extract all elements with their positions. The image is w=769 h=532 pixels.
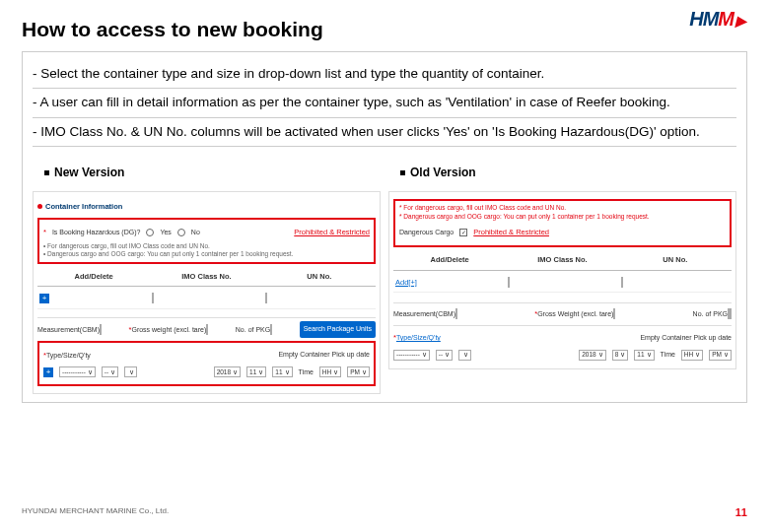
- old-col-imo: IMO Class No.: [506, 250, 618, 270]
- pickup-label: Empty Container Pick up date: [278, 348, 370, 363]
- add-row-button[interactable]: +: [39, 294, 49, 303]
- bullet-3: - IMO Class No. & UN No. columns will be…: [33, 118, 736, 146]
- gw-label: Gross weight (excl. tare): [131, 326, 206, 333]
- old-ampm-select[interactable]: PM∨: [709, 350, 732, 361]
- square-bullet-icon: [400, 170, 405, 175]
- content-box: - Select the container type and size in …: [22, 51, 747, 403]
- old-meas-label: Measurement(CBM): [393, 310, 455, 317]
- old-type-select[interactable]: -----------∨: [393, 350, 430, 361]
- col-imo-class: IMO Class No.: [150, 267, 262, 287]
- dot-icon: [37, 204, 42, 209]
- old-col-add: Add/Delete: [393, 250, 506, 270]
- container-info-label: Container Information: [45, 202, 122, 211]
- qty-select[interactable]: ∨: [124, 366, 137, 377]
- bullet-2: - A user can fill in detail information …: [33, 89, 736, 116]
- dg-question-label: Is Booking Hazardous (DG)?: [52, 226, 140, 240]
- old-size-select[interactable]: --∨: [436, 350, 453, 361]
- old-qty-select[interactable]: ∨: [458, 350, 471, 361]
- page-title: How to access to new booking: [22, 18, 747, 41]
- logo-arrow-icon: ▶: [735, 13, 745, 29]
- bullet-1: - Select the container type and size in …: [33, 60, 736, 88]
- old-pickup-label: Empty Container Pick up date: [640, 331, 732, 346]
- old-heading: Old Version: [410, 166, 476, 179]
- year-select[interactable]: 2018∨: [214, 366, 241, 377]
- page-number: 11: [735, 506, 747, 518]
- old-version-column: Old Version * For dangerous cargo, fill …: [388, 157, 736, 394]
- old-day-select[interactable]: 11∨: [634, 350, 654, 361]
- old-dg-highlight-box: * For dangerous cargo, fill out IMO Clas…: [393, 199, 732, 247]
- type-select[interactable]: -----------∨: [59, 366, 96, 377]
- new-version-column: New Version Container Information * Is B…: [33, 157, 381, 394]
- old-un-input[interactable]: [621, 277, 623, 288]
- old-note-2: * Dangerous cargo and OOG cargo: You can…: [399, 213, 726, 221]
- square-bullet-icon: [44, 170, 49, 175]
- month-select[interactable]: 11∨: [246, 366, 266, 377]
- radio-no[interactable]: [177, 229, 185, 236]
- pkg-input[interactable]: [270, 324, 272, 335]
- chevron-down-icon: ∨: [88, 366, 93, 379]
- dg-note-1: • For dangerous cargo, fill out IMO Clas…: [43, 242, 370, 250]
- old-col-un: UN No.: [619, 250, 732, 270]
- company-footer: HYUNDAI MERCHANT MARINE Co., Ltd.: [22, 506, 169, 518]
- old-month-select[interactable]: 8∨: [612, 350, 629, 361]
- old-year-select[interactable]: 2018∨: [579, 350, 605, 361]
- old-gw-label: Gross Weight (excl. tare): [537, 310, 613, 317]
- add-type-button[interactable]: +: [43, 367, 53, 377]
- dg-checkbox[interactable]: ✓: [459, 229, 467, 236]
- search-pkg-button[interactable]: Search Package Units: [300, 321, 376, 338]
- hmm-logo: HMM▶: [689, 8, 745, 31]
- gw-input[interactable]: [206, 324, 208, 335]
- col-un-no: UN No.: [263, 267, 376, 287]
- old-prohibited-link[interactable]: Prohibited & Restricted: [473, 225, 549, 240]
- old-type-label[interactable]: Type/Size/Q'ty: [396, 334, 441, 341]
- old-hour-select[interactable]: HH∨: [681, 350, 703, 361]
- old-gw-input[interactable]: [613, 308, 615, 319]
- type-highlight-box: *Type/Size/Q'ty Empty Container Pick up …: [37, 341, 376, 386]
- col-add-delete: Add/Delete: [37, 267, 150, 287]
- ampm-select[interactable]: PM∨: [347, 366, 370, 377]
- old-add-link[interactable]: Add[+]: [395, 278, 417, 287]
- new-heading: New Version: [54, 166, 124, 179]
- hour-select[interactable]: HH∨: [319, 366, 341, 377]
- meas-label: Measurement(CBM): [37, 326, 100, 333]
- logo-m1: M: [703, 8, 719, 30]
- dg-highlight-box: * Is Booking Hazardous (DG)? Yes No Proh…: [37, 218, 376, 264]
- type-label: Type/Size/Q'ty: [46, 352, 91, 359]
- logo-m2: M: [718, 8, 734, 30]
- size-select[interactable]: --∨: [102, 366, 118, 377]
- meas-input[interactable]: [100, 324, 102, 335]
- radio-yes[interactable]: [146, 229, 154, 236]
- un-no-input[interactable]: [265, 293, 267, 303]
- prohibited-link[interactable]: Prohibited & Restricted: [294, 225, 370, 240]
- old-imo-input[interactable]: [508, 277, 510, 288]
- dg-note-2: • Dangerous cargo and OOG cargo: You can…: [43, 250, 370, 258]
- imo-class-input[interactable]: [152, 293, 154, 303]
- pkg-label: No. of PKG: [236, 326, 270, 333]
- old-dg-label: Dangerous Cargo: [399, 226, 454, 240]
- old-meas-input[interactable]: [455, 308, 457, 319]
- logo-h: H: [689, 8, 702, 30]
- old-note-1: * For dangerous cargo, fill out IMO Clas…: [399, 204, 726, 212]
- old-pkg-label: No. of PKG: [693, 310, 728, 317]
- day-select[interactable]: 11∨: [272, 366, 292, 377]
